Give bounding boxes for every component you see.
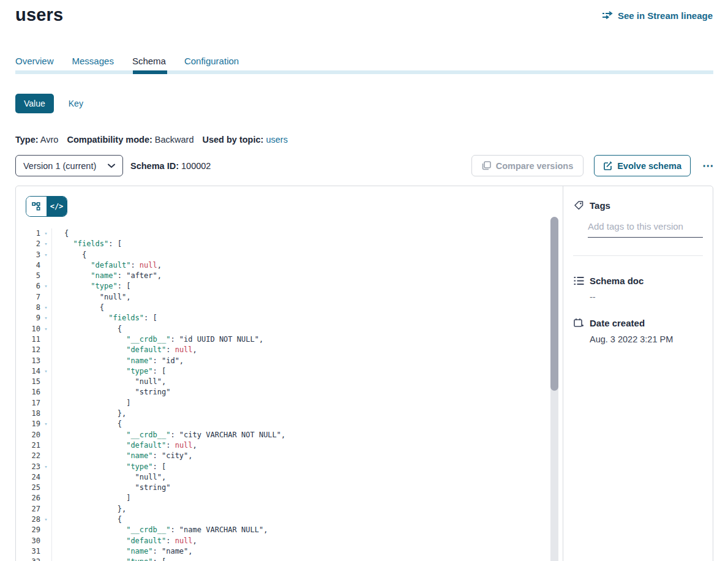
version-select[interactable]: Version 1 (current) xyxy=(15,155,123,176)
version-bar: Version 1 (current) Schema ID: 100002 Co… xyxy=(15,155,716,176)
code-line: 27 }, xyxy=(16,504,548,514)
fold-toggle-icon[interactable]: ▾ xyxy=(40,324,51,334)
code-editor[interactable]: 1▾{2▾ "fields": [3▾ {4 "default": null,5… xyxy=(16,228,548,561)
code-line: 3▾ { xyxy=(16,250,548,260)
line-number: 18 xyxy=(16,409,40,419)
line-number: 20 xyxy=(16,430,40,440)
fold-spacer xyxy=(40,504,51,514)
fold-toggle-icon[interactable]: ▾ xyxy=(40,228,51,239)
code-line: 9▾ "fields": [ xyxy=(16,313,548,323)
code-line: 15 "null", xyxy=(16,377,548,387)
line-number: 6 xyxy=(16,281,40,292)
line-number: 28 xyxy=(16,514,40,525)
code-text: { xyxy=(52,228,69,239)
schema-doc-section-header: Schema doc xyxy=(573,275,703,286)
fold-spacer xyxy=(40,430,51,440)
fold-spacer xyxy=(40,493,51,503)
code-text: "type": [ xyxy=(52,557,166,561)
tree-view-button[interactable] xyxy=(26,197,47,216)
line-number: 4 xyxy=(16,260,40,271)
fold-spacer xyxy=(40,345,51,355)
fold-toggle-icon[interactable]: ▾ xyxy=(40,462,51,472)
scrollbar-thumb[interactable] xyxy=(550,217,558,391)
code-line: 8▾ { xyxy=(16,303,548,313)
line-number: 25 xyxy=(16,483,40,493)
line-number: 22 xyxy=(16,451,40,461)
fold-toggle-icon[interactable]: ▾ xyxy=(40,557,51,561)
fold-spacer xyxy=(40,525,51,535)
tag-icon xyxy=(573,200,584,211)
code-text: "fields": [ xyxy=(52,239,122,249)
used-by-topic-field: Used by topic: users xyxy=(202,135,287,145)
code-view-button[interactable]: </> xyxy=(47,197,67,216)
code-text: { xyxy=(52,324,122,334)
code-line: 32▾ "type": [ xyxy=(16,557,548,561)
value-tab-button[interactable]: Value xyxy=(15,94,54,113)
code-text: }, xyxy=(52,409,126,419)
fold-toggle-icon[interactable]: ▾ xyxy=(40,303,51,313)
active-tab-indicator xyxy=(133,70,167,74)
fold-toggle-icon[interactable]: ▾ xyxy=(40,281,51,292)
line-number: 12 xyxy=(16,345,40,355)
fold-toggle-icon[interactable]: ▾ xyxy=(40,514,51,525)
fold-toggle-icon[interactable]: ▾ xyxy=(40,419,51,429)
code-line: 29 "__crdb__": "name VARCHAR NULL", xyxy=(16,525,548,535)
editor-scrollbar[interactable] xyxy=(550,217,558,561)
page-title: users xyxy=(15,5,63,25)
editor-view-toggle: </> xyxy=(26,196,67,217)
fold-spacer xyxy=(40,483,51,493)
type-field: Type: Avro xyxy=(15,135,58,145)
stream-lineage-link[interactable]: See in Stream lineage xyxy=(602,10,713,21)
schema-doc-value: -- xyxy=(590,292,703,302)
line-number: 14 xyxy=(16,366,40,377)
line-number: 16 xyxy=(16,387,40,397)
code-line: 20 "__crdb__": "city VARCHAR NOT NULL", xyxy=(16,430,548,440)
evolve-schema-button[interactable]: Evolve schema xyxy=(594,155,691,176)
code-line: 18 }, xyxy=(16,409,548,419)
tags-section-header: Tags xyxy=(573,200,703,211)
fold-spacer xyxy=(40,398,51,409)
add-tags-input[interactable] xyxy=(588,221,703,238)
version-select-value: Version 1 (current) xyxy=(23,161,96,171)
fold-toggle-icon[interactable]: ▾ xyxy=(40,250,51,260)
more-actions-button[interactable]: ⋯ xyxy=(701,159,716,173)
code-line: 11 "__crdb__": "id UUID NOT NULL", xyxy=(16,334,548,345)
line-number: 30 xyxy=(16,536,40,546)
fold-spacer xyxy=(40,356,51,366)
date-created-title: Date created xyxy=(590,318,645,328)
chevron-down-icon xyxy=(108,162,115,170)
code-line: 1▾{ xyxy=(16,228,548,239)
fold-spacer xyxy=(40,409,51,419)
stream-lineage-icon xyxy=(602,10,614,21)
code-line: 28▾ { xyxy=(16,514,548,525)
tree-view-icon xyxy=(32,202,41,211)
line-number: 17 xyxy=(16,398,40,409)
sidebar-divider xyxy=(573,255,703,256)
topic-link[interactable]: users xyxy=(266,135,287,145)
fold-toggle-icon[interactable]: ▾ xyxy=(40,366,51,377)
code-text: "__crdb__": "name VARCHAR NULL", xyxy=(52,525,268,535)
code-text: "__crdb__": "id UUID NOT NULL", xyxy=(52,334,263,345)
line-number: 7 xyxy=(16,292,40,303)
code-text: "default": null, xyxy=(52,440,197,451)
line-number: 11 xyxy=(16,334,40,345)
line-number: 1 xyxy=(16,228,40,239)
fold-toggle-icon[interactable]: ▾ xyxy=(40,313,51,323)
code-text: "default": null, xyxy=(52,260,162,271)
code-line: 14▾ "type": [ xyxy=(16,366,548,377)
fold-toggle-icon[interactable]: ▾ xyxy=(40,239,51,249)
fold-spacer xyxy=(40,546,51,557)
fold-spacer xyxy=(40,260,51,271)
code-line: 16 "string" xyxy=(16,387,548,397)
key-tab-button[interactable]: Key xyxy=(69,99,83,108)
code-line: 7 "null", xyxy=(16,292,548,303)
line-number: 5 xyxy=(16,271,40,281)
edit-icon xyxy=(603,161,612,170)
code-text: }, xyxy=(52,504,126,514)
code-line: 30 "default": null, xyxy=(16,536,548,546)
date-created-section-header: Date created xyxy=(573,317,703,328)
stream-lineage-label: See in Stream lineage xyxy=(618,10,713,21)
code-line: 2▾ "fields": [ xyxy=(16,239,548,249)
compare-versions-button[interactable]: Compare versions xyxy=(471,155,584,176)
line-number: 19 xyxy=(16,419,40,429)
